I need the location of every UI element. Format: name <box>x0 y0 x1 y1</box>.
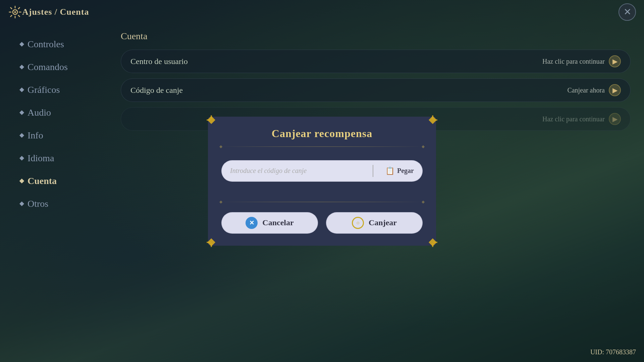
modal-title: Canjear recompensa <box>221 127 423 140</box>
cancel-label: Cancelar <box>262 218 293 227</box>
paste-label: Pegar <box>397 167 414 175</box>
svg-rect-6 <box>207 242 211 243</box>
svg-rect-2 <box>207 119 211 121</box>
svg-rect-3 <box>211 115 212 119</box>
corner-decoration-tr <box>428 115 437 125</box>
redeem-icon: ○ <box>352 217 364 229</box>
cancel-button[interactable]: ✕ Cancelar <box>221 212 318 234</box>
svg-rect-4 <box>433 119 437 121</box>
modal-dialog: Canjear recompensa 📋 Pegar ✕ Cancelar ○ <box>208 117 436 246</box>
svg-rect-7 <box>211 243 212 247</box>
input-divider <box>373 165 373 177</box>
corner-decoration-br <box>428 238 437 247</box>
code-input[interactable] <box>230 167 369 175</box>
modal-body: 📋 Pegar <box>208 147 436 192</box>
corner-decoration-tl <box>207 115 216 125</box>
modal-header: Canjear recompensa <box>208 117 436 146</box>
modal-backdrop: Canjear recompensa 📋 Pegar ✕ Cancelar ○ <box>0 0 644 362</box>
cancel-icon: ✕ <box>246 217 258 229</box>
redeem-button[interactable]: ○ Canjear <box>326 212 423 234</box>
svg-rect-8 <box>433 242 437 243</box>
modal-divider-top <box>221 146 423 147</box>
paste-button[interactable]: 📋 Pegar <box>377 161 422 181</box>
svg-rect-5 <box>432 115 433 119</box>
paste-icon: 📋 <box>385 167 394 175</box>
svg-rect-9 <box>432 243 433 247</box>
corner-decoration-bl <box>207 238 216 247</box>
modal-actions: ✕ Cancelar ○ Canjear <box>208 212 436 246</box>
redeem-label: Canjear <box>369 218 397 227</box>
modal-divider-bottom <box>221 202 423 202</box>
code-input-wrap[interactable]: 📋 Pegar <box>221 160 423 182</box>
